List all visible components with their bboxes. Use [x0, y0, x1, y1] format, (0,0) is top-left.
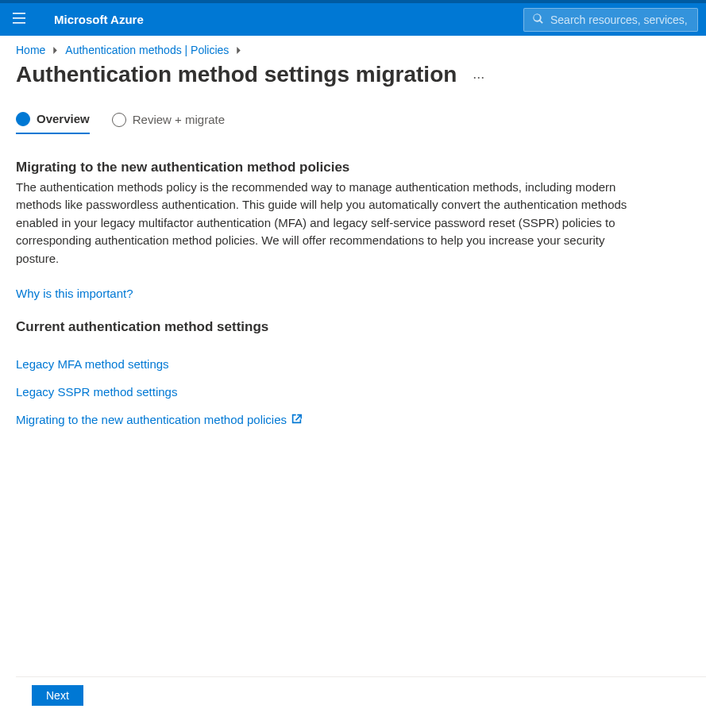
svg-rect-2 — [13, 22, 25, 24]
svg-rect-1 — [13, 17, 25, 19]
wizard-footer: Next — [16, 676, 706, 728]
step-review-label: Review + migrate — [133, 113, 225, 126]
search-icon — [532, 13, 550, 27]
page-title-row: Authentication method settings migration… — [0, 56, 706, 88]
step-indicator-icon — [16, 112, 30, 126]
step-indicator-icon — [112, 113, 126, 127]
breadcrumb-authmethods[interactable]: Authentication methods | Policies — [65, 44, 229, 56]
global-search[interactable] — [523, 8, 698, 32]
migrate-policies-link[interactable]: Migrating to the new authentication meth… — [16, 413, 302, 426]
chevron-right-icon — [52, 44, 59, 56]
section-body-migrating: The authentication methods policy is the… — [16, 179, 635, 268]
search-input[interactable] — [550, 13, 689, 26]
breadcrumb: Home Authentication methods | Policies — [0, 36, 706, 56]
hamburger-menu-button[interactable] — [0, 3, 38, 36]
why-important-link[interactable]: Why is this important? — [16, 287, 133, 300]
wizard-steps: Overview Review + migrate — [0, 88, 706, 134]
section-heading-migrating: Migrating to the new authentication meth… — [16, 160, 635, 175]
breadcrumb-home[interactable]: Home — [16, 44, 45, 56]
legacy-sspr-link[interactable]: Legacy SSPR method settings — [16, 385, 177, 399]
step-review-migrate[interactable]: Review + migrate — [112, 112, 225, 134]
page-title: Authentication method settings migration — [16, 61, 457, 88]
menu-icon — [13, 13, 25, 26]
migrate-policies-link-label: Migrating to the new authentication meth… — [16, 413, 287, 426]
content-area: Migrating to the new authentication meth… — [0, 134, 651, 427]
more-horizontal-icon: ··· — [473, 69, 484, 85]
brand-label[interactable]: Microsoft Azure — [54, 13, 144, 26]
chevron-right-icon — [235, 44, 242, 56]
step-overview[interactable]: Overview — [16, 112, 90, 134]
svg-rect-0 — [13, 13, 25, 14]
global-header: Microsoft Azure — [0, 3, 706, 36]
section-heading-current: Current authentication method settings — [16, 319, 635, 335]
next-button[interactable]: Next — [32, 685, 83, 706]
external-link-icon — [291, 413, 302, 426]
step-overview-label: Overview — [37, 112, 90, 125]
more-actions-button[interactable]: ··· — [473, 65, 484, 84]
legacy-mfa-link[interactable]: Legacy MFA method settings — [16, 357, 169, 371]
